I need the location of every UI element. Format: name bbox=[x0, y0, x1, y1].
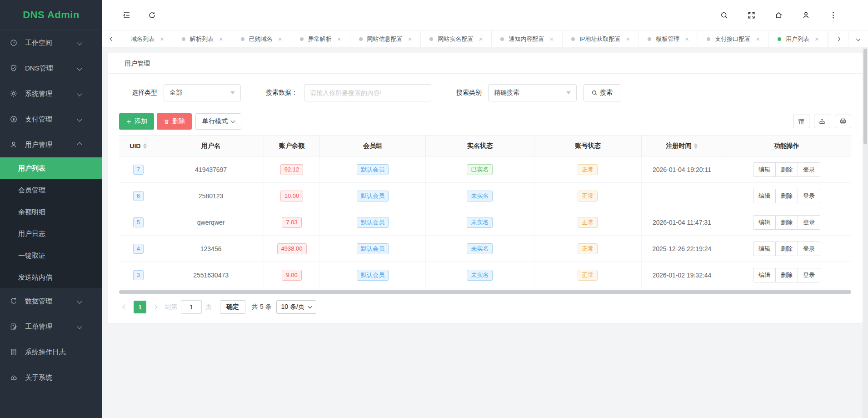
category-select[interactable]: 精确搜索 bbox=[488, 84, 577, 101]
print-button[interactable] bbox=[835, 115, 851, 128]
close-icon[interactable]: × bbox=[408, 35, 412, 42]
tabs-scroll-left-button[interactable] bbox=[102, 31, 122, 47]
search-input[interactable] bbox=[304, 84, 431, 101]
tabs-dropdown-button[interactable] bbox=[848, 31, 868, 47]
goto-confirm-button[interactable]: 确定 bbox=[220, 300, 245, 314]
close-icon[interactable]: × bbox=[685, 35, 689, 42]
close-icon[interactable]: × bbox=[160, 35, 164, 42]
sidebar-item-data[interactable]: 数据管理 bbox=[0, 288, 102, 314]
submenu-item[interactable]: 余额明细 bbox=[0, 201, 102, 223]
edit-button[interactable]: 编辑 bbox=[753, 215, 776, 230]
delete-row-button[interactable]: 删除 bbox=[775, 242, 798, 256]
current-page-button[interactable]: 1 bbox=[134, 301, 146, 313]
tab-item[interactable]: IP地址获取配置 × bbox=[563, 31, 639, 47]
goto-page-input[interactable] bbox=[181, 300, 202, 314]
uid-badge[interactable]: 4 bbox=[133, 244, 144, 254]
uid-badge[interactable]: 5 bbox=[133, 217, 144, 227]
close-icon[interactable]: × bbox=[479, 35, 483, 42]
prev-page-button[interactable] bbox=[119, 301, 131, 313]
table-header-cell[interactable]: 账号状态 bbox=[534, 136, 642, 156]
next-page-button[interactable] bbox=[149, 301, 161, 313]
close-icon[interactable]: × bbox=[278, 35, 282, 42]
sidebar-item-dns[interactable]: DNS管理 bbox=[0, 55, 102, 81]
login-as-button[interactable]: 登录 bbox=[798, 242, 820, 256]
close-icon[interactable]: × bbox=[626, 35, 630, 42]
row-mode-button[interactable]: 单行模式 bbox=[195, 113, 241, 130]
login-as-button[interactable]: 登录 bbox=[798, 215, 820, 230]
sidebar-item-tickets[interactable]: 工单管理 bbox=[0, 314, 102, 339]
tab-item[interactable]: 异常解析 × bbox=[291, 31, 350, 47]
fullscreen-icon[interactable] bbox=[743, 7, 760, 24]
horizontal-scrollbar[interactable] bbox=[119, 290, 851, 294]
chevron-down-icon bbox=[77, 298, 82, 303]
vertical-scrollbar[interactable] bbox=[863, 48, 868, 418]
tab-item[interactable]: 已购域名 × bbox=[232, 31, 291, 47]
sidebar-item-system-log[interactable]: 系统操作日志 bbox=[0, 339, 102, 365]
columns-filter-button[interactable] bbox=[793, 115, 809, 128]
scrollbar-thumb[interactable] bbox=[863, 49, 867, 144]
menu-fold-icon[interactable] bbox=[118, 7, 135, 24]
submenu-item[interactable]: 用户列表 bbox=[0, 157, 102, 179]
login-as-button[interactable]: 登录 bbox=[798, 189, 820, 203]
sort-icon[interactable] bbox=[143, 143, 147, 149]
tab-item[interactable]: 网站信息配置 × bbox=[350, 31, 421, 47]
close-icon[interactable]: × bbox=[337, 35, 341, 42]
table-header-cell[interactable]: 实名状态 bbox=[426, 136, 534, 156]
delete-row-button[interactable]: 删除 bbox=[775, 268, 798, 282]
delete-row-button[interactable]: 删除 bbox=[775, 189, 798, 203]
sidebar-item-users[interactable]: 用户管理 bbox=[0, 132, 102, 157]
edit-button[interactable]: 编辑 bbox=[753, 268, 776, 282]
uid-badge[interactable]: 6 bbox=[133, 191, 144, 201]
refresh-icon[interactable] bbox=[143, 7, 160, 24]
type-select[interactable]: 全部 bbox=[164, 84, 241, 101]
sidebar-item-payment[interactable]: 支付管理 bbox=[0, 106, 102, 132]
tab-item[interactable]: 解析列表 × bbox=[173, 31, 232, 47]
submenu-item[interactable]: 会员管理 bbox=[0, 179, 102, 201]
table-header-cell[interactable]: 注册时间 bbox=[642, 136, 722, 156]
sidebar-item-about[interactable]: 关于系统 bbox=[0, 365, 102, 390]
search-button[interactable]: 搜索 bbox=[584, 84, 620, 101]
close-icon[interactable]: × bbox=[549, 35, 554, 42]
home-icon[interactable] bbox=[770, 7, 787, 24]
sidebar-item-workspace[interactable]: 工作空间 bbox=[0, 30, 102, 55]
delete-button[interactable]: 删除 bbox=[157, 113, 192, 130]
tab-item[interactable]: 支付接口配置 × bbox=[698, 31, 769, 47]
tab-item[interactable]: 域名列表 × bbox=[122, 31, 173, 47]
tab-item[interactable]: 模板管理 × bbox=[639, 31, 698, 47]
close-icon[interactable]: × bbox=[815, 35, 819, 42]
table-header-cell[interactable]: UID bbox=[119, 136, 158, 156]
uid-badge[interactable]: 7 bbox=[133, 165, 144, 175]
edit-button[interactable]: 编辑 bbox=[753, 189, 776, 203]
login-as-button[interactable]: 登录 bbox=[798, 268, 820, 282]
column-label: 账号状态 bbox=[575, 142, 600, 150]
tab-item[interactable]: 网站实名配置 × bbox=[421, 31, 492, 47]
search-icon[interactable] bbox=[715, 7, 733, 24]
export-button[interactable] bbox=[814, 115, 830, 128]
table-header-cell[interactable]: 功能操作 bbox=[722, 136, 851, 156]
close-icon[interactable]: × bbox=[756, 35, 760, 42]
sort-icon[interactable] bbox=[694, 143, 698, 149]
delete-row-button[interactable]: 删除 bbox=[775, 162, 798, 177]
chevron-right-icon bbox=[836, 37, 841, 41]
table-header-cell[interactable]: 会员组 bbox=[319, 136, 426, 156]
submenu-item[interactable]: 发送站内信 bbox=[0, 267, 102, 288]
top-bar-left bbox=[118, 7, 169, 24]
close-icon[interactable]: × bbox=[219, 35, 223, 42]
submenu-item[interactable]: 一键取证 bbox=[0, 245, 102, 267]
add-button[interactable]: 添加 bbox=[119, 113, 154, 130]
delete-row-button[interactable]: 删除 bbox=[775, 215, 798, 230]
submenu-item[interactable]: 用户日志 bbox=[0, 223, 102, 245]
table-header-cell[interactable]: 用户名 bbox=[158, 136, 264, 156]
tabs-scroll-right-button[interactable] bbox=[828, 31, 848, 47]
kebab-menu-icon[interactable] bbox=[824, 7, 842, 24]
tab-item[interactable]: 用户列表 × bbox=[769, 31, 828, 47]
sidebar-item-system[interactable]: 系统管理 bbox=[0, 81, 102, 106]
login-as-button[interactable]: 登录 bbox=[798, 162, 820, 177]
per-page-select[interactable]: 10 条/页 bbox=[276, 300, 316, 314]
edit-button[interactable]: 编辑 bbox=[753, 242, 776, 256]
edit-button[interactable]: 编辑 bbox=[753, 162, 776, 177]
user-icon[interactable] bbox=[797, 7, 814, 24]
uid-badge[interactable]: 3 bbox=[133, 270, 144, 280]
table-header-cell[interactable]: 账户余额 bbox=[264, 136, 319, 156]
tab-item[interactable]: 通知内容配置 × bbox=[492, 31, 563, 47]
